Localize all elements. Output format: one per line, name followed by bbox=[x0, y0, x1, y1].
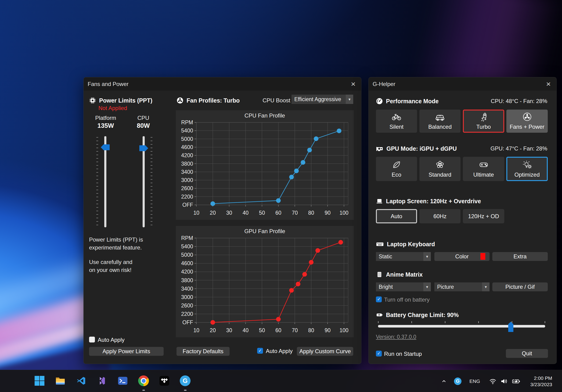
cpu-power-slider[interactable] bbox=[134, 136, 153, 227]
taskbar-visual-studio[interactable] bbox=[95, 374, 108, 387]
running-indicator bbox=[184, 390, 187, 391]
chevron-down-icon[interactable]: ▾ bbox=[346, 95, 353, 104]
battery-limit-header: Battery Charge Limit: 90% bbox=[376, 311, 459, 319]
cpu-boost-value: Efficient Aggressive bbox=[292, 96, 346, 102]
run-on-startup-checkbox[interactable]: ✓ bbox=[376, 351, 382, 357]
chevron-down-icon[interactable]: ▾ bbox=[423, 282, 431, 291]
keyboard-color-button[interactable]: Color bbox=[434, 252, 490, 261]
battery-charging-icon bbox=[512, 378, 520, 385]
close-icon[interactable]: × bbox=[543, 79, 554, 90]
taskbar-tidal[interactable] bbox=[158, 374, 171, 387]
cpu-temp-status: CPU: 48°C - Fan: 28% bbox=[491, 97, 547, 105]
screen-button-auto[interactable]: Auto bbox=[376, 209, 417, 223]
anime-battery-checkbox[interactable]: ✓ bbox=[376, 296, 382, 302]
chevron-down-icon[interactable]: ▾ bbox=[423, 252, 431, 261]
cpu-label: CPU bbox=[128, 115, 159, 121]
slider-thumb[interactable] bbox=[101, 144, 110, 150]
taskbar-terminal[interactable] bbox=[116, 374, 129, 387]
taskbar-vscode[interactable] bbox=[75, 374, 88, 387]
ghelper-icon: G bbox=[454, 378, 461, 385]
visual-studio-icon bbox=[97, 376, 107, 386]
svg-text:GPU Fan Profile: GPU Fan Profile bbox=[244, 228, 285, 234]
screen-button-60hz[interactable]: 60Hz bbox=[419, 209, 460, 223]
gpu-fan-curve-chart[interactable]: GPU Fan Profile102030405060708090100OFF2… bbox=[176, 226, 354, 337]
factory-defaults-button[interactable]: Factory Defaults bbox=[176, 347, 230, 356]
slider-tick bbox=[478, 321, 479, 323]
taskbar-start-button[interactable] bbox=[33, 374, 46, 387]
windows-logo-icon bbox=[34, 375, 45, 386]
svg-text:20: 20 bbox=[210, 327, 216, 333]
slider-track[interactable] bbox=[378, 325, 545, 327]
tray-language[interactable]: ENG bbox=[469, 370, 480, 392]
auto-apply-curve-checkbox[interactable]: ✓ bbox=[257, 348, 263, 354]
svg-text:10: 10 bbox=[193, 210, 199, 216]
fan-icon bbox=[176, 97, 184, 104]
laptop-screen-header: Laptop Screen: 120Hz + Overdrive bbox=[376, 197, 481, 205]
auto-apply-power-checkbox[interactable] bbox=[89, 337, 95, 342]
apply-power-limits-button[interactable]: Apply Power Limits bbox=[89, 347, 164, 356]
perf-button-turbo[interactable]: Turbo bbox=[463, 110, 504, 133]
taskbar-file-explorer[interactable] bbox=[54, 374, 67, 387]
platform-power-slider[interactable] bbox=[96, 136, 115, 227]
fans-window-titlebar[interactable]: Fans and Power × bbox=[84, 77, 361, 91]
battery-charge-slider[interactable] bbox=[378, 321, 545, 332]
keyboard-icon bbox=[376, 241, 384, 248]
svg-text:90: 90 bbox=[325, 327, 331, 333]
gpu-mode-title: GPU Mode: iGPU + dGPU bbox=[386, 145, 457, 152]
gpu-button-ultimate[interactable]: Ultimate bbox=[463, 157, 504, 181]
svg-text:70: 70 bbox=[292, 210, 298, 216]
perf-button-label: Balanced bbox=[428, 123, 452, 130]
cpu-fan-curve-chart[interactable]: CPU Fan Profile102030405060708090100OFF2… bbox=[176, 110, 354, 220]
svg-text:60: 60 bbox=[275, 210, 281, 216]
svg-text:5400: 5400 bbox=[181, 128, 193, 134]
taskbar-chrome[interactable] bbox=[137, 374, 150, 387]
tray-battery[interactable] bbox=[512, 370, 520, 392]
screen-button-label: 120Hz + OD bbox=[468, 213, 499, 220]
battery-limit-title: Battery Charge Limit: 90% bbox=[386, 312, 459, 318]
tray-chevron-up[interactable] bbox=[441, 370, 447, 392]
svg-text:50: 50 bbox=[259, 210, 265, 216]
close-icon[interactable]: × bbox=[348, 79, 359, 90]
keyboard-extra-button[interactable]: Extra bbox=[492, 252, 548, 261]
svg-text:80: 80 bbox=[308, 327, 314, 333]
slider-thumb[interactable] bbox=[139, 145, 148, 151]
perf-button-fans-power[interactable]: Fans + Power bbox=[506, 110, 548, 133]
quit-button[interactable]: Quit bbox=[506, 349, 548, 358]
ghelper-icon: G bbox=[180, 375, 190, 386]
taskbar-ghelper[interactable]: G bbox=[179, 374, 192, 387]
anime-mode-select[interactable]: Picture ▾ bbox=[434, 282, 490, 291]
anime-picture-gif-button[interactable]: Picture / Gif bbox=[492, 282, 548, 291]
slider-thumb[interactable] bbox=[508, 322, 513, 332]
language-label: ENG bbox=[469, 379, 480, 384]
slider-ticks bbox=[96, 137, 98, 226]
perf-button-silent[interactable]: Silent bbox=[376, 110, 417, 133]
fan-profiles-header: Fan Profiles: Turbo bbox=[176, 96, 240, 105]
gpu-button-eco[interactable]: Eco bbox=[376, 157, 417, 181]
performance-mode-title: Performance Mode bbox=[386, 98, 439, 105]
chevron-down-icon[interactable]: ▾ bbox=[482, 282, 490, 291]
gauge-icon bbox=[376, 98, 383, 105]
tray-volume[interactable] bbox=[500, 370, 508, 392]
fan-icon bbox=[522, 112, 532, 122]
gpu-button-optimized[interactable]: Optimized bbox=[506, 157, 548, 181]
ghelper-titlebar[interactable]: G-Helper × bbox=[369, 77, 556, 91]
gpu-button-standard[interactable]: Standard bbox=[419, 157, 460, 181]
tray-clock[interactable]: 2:00 PM 3/23/2023 bbox=[530, 370, 552, 392]
laptop-keyboard-title: Laptop Keyboard bbox=[387, 241, 435, 248]
svg-text:30: 30 bbox=[226, 210, 232, 216]
version-link[interactable]: Version: 0.37.0.0 bbox=[376, 334, 416, 340]
perf-button-label: Fans + Power bbox=[510, 123, 544, 130]
perf-button-balanced[interactable]: Balanced bbox=[419, 110, 460, 133]
svg-text:RPM: RPM bbox=[181, 119, 193, 125]
tray-wifi[interactable] bbox=[489, 370, 497, 392]
svg-text:4200: 4200 bbox=[181, 269, 193, 275]
apply-custom-curve-button[interactable]: Apply Custom Curve bbox=[297, 347, 353, 356]
chevron-up-icon bbox=[441, 378, 447, 384]
tray-ghelper[interactable]: G bbox=[454, 370, 461, 392]
anime-brightness-select[interactable]: Bright ▾ bbox=[376, 282, 431, 291]
terminal-icon bbox=[117, 375, 128, 386]
keyboard-mode-select[interactable]: Static ▾ bbox=[376, 252, 431, 261]
screen-button-120hz-od[interactable]: 120Hz + OD bbox=[463, 209, 504, 223]
svg-text:40: 40 bbox=[243, 327, 249, 333]
cpu-boost-select[interactable]: Efficient Aggressive ▾ bbox=[292, 95, 353, 104]
